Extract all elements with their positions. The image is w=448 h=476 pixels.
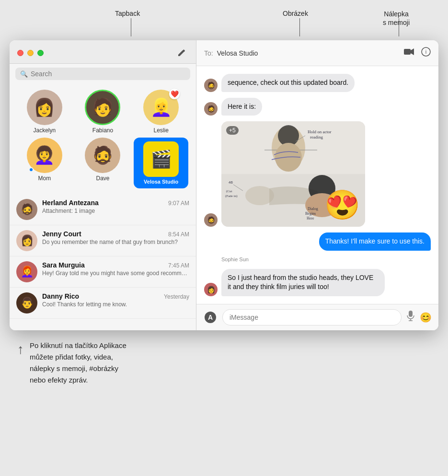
svg-text:reading: reading [310, 135, 323, 139]
conv-content-herland: Herland Antezana 9:07 AM Attachment: 1 i… [42, 199, 189, 214]
message-input[interactable] [222, 309, 402, 325]
tapback-heart-badge: ❤️ [169, 89, 180, 99]
search-icon: 🔍 [20, 70, 28, 78]
svg-text:(Fade in): (Fade in) [225, 194, 238, 198]
sender-name-sophie: Sophie Sun [221, 256, 431, 262]
avatar-danny: 👨 [16, 292, 37, 313]
avatar-sara: 👩‍🦰 [16, 261, 37, 282]
traffic-lights [17, 50, 44, 56]
svg-text:(Cut: (Cut [226, 189, 232, 193]
bottom-annotation-text: Po kliknutí na tlačítko Aplikace můžete … [30, 340, 126, 386]
conv-name-danny: Danny Rico [42, 292, 79, 300]
contact-name-fabiano: Fabiano [92, 127, 113, 134]
pinned-contact-dave[interactable]: 🧔 Dave [76, 138, 130, 188]
maximize-button[interactable] [37, 50, 44, 56]
chat-header: To: Velosa Studio i [196, 40, 438, 66]
conv-preview-danny: Cool! Thanks for letting me know. [42, 301, 189, 308]
conv-time-herland: 9:07 AM [168, 200, 189, 207]
bottom-annotation: ↑ Po kliknutí na tlačítko Aplikace můžet… [10, 340, 438, 386]
chat-messages: 🧔 sequence, check out this updated board… [196, 66, 438, 304]
avatar-jackelyn: 👩 [27, 90, 62, 125]
conv-time-jenny: 8:54 AM [168, 231, 189, 238]
obratek-arrow-line [299, 18, 300, 36]
svg-text:A: A [208, 313, 213, 321]
chat-recipient: Velosa Studio [217, 49, 258, 57]
minimize-button[interactable] [27, 50, 34, 56]
plus-badge: +5 [226, 126, 239, 135]
message-row-4: Thanks! I'll make sure to use this. [204, 232, 431, 251]
contact-name-dave: Dave [96, 175, 109, 182]
message-bubble-2: Here it is: [221, 98, 262, 116]
audio-record-button[interactable] [406, 311, 415, 324]
tapback-annotation-label: Tapback [115, 10, 140, 17]
chat-input-bar: A 😊 [196, 304, 438, 330]
pinned-contact-fabiano[interactable]: 🧑 Fabiano [76, 90, 130, 134]
conv-name-herland: Herland Antezana [42, 199, 99, 207]
sidebar-titlebar [10, 40, 196, 64]
pinned-contact-mom[interactable]: 👩‍🦱 Mom [17, 138, 72, 188]
conv-time-sara: 7:45 AM [168, 262, 189, 269]
svg-text:Begins: Begins [305, 211, 316, 216]
contact-name-leslie: Leslie [153, 127, 168, 134]
emoji-button[interactable]: 😊 [420, 312, 432, 323]
sketch-image: Hold on actor reading [221, 121, 365, 227]
nalepka-arrow-line [399, 18, 399, 36]
search-input[interactable] [31, 70, 185, 78]
annotation-area: Tapback Obrázek Nálepkas memoji [0, 10, 448, 386]
conv-time-danny: Yesterday [164, 293, 189, 300]
annotation-pointer: ↑ [17, 342, 24, 357]
message-bubble-5: So I just heard from the studio heads, t… [221, 269, 385, 296]
conv-content-danny: Danny Rico Yesterday Cool! Thanks for le… [42, 292, 189, 308]
avatar-herland: 🧔 [16, 199, 37, 220]
conversation-jenny[interactable]: 👩 Jenny Court 8:54 AM Do you remember th… [10, 225, 196, 256]
conv-preview-jenny: Do you remember the name of that guy fro… [42, 239, 189, 245]
conversation-danny[interactable]: 👨 Danny Rico Yesterday Cool! Thanks for … [10, 288, 196, 319]
avatar-dave: 🧔 [85, 138, 120, 173]
avatar-fabiano: 🧑 [85, 90, 120, 125]
msg-avatar-1: 🧔 [204, 79, 218, 92]
avatar-velosa-studio: 🎬 [143, 141, 179, 177]
compose-button[interactable] [175, 46, 188, 59]
chat-to-label: To: [204, 49, 213, 57]
pinned-contact-jackelyn[interactable]: 👩 Jackelyn [17, 90, 72, 134]
conversation-sara[interactable]: 👩‍🦰 Sara Murguia 7:45 AM Hey! Gray told … [10, 256, 196, 288]
conv-name-jenny: Jenny Court [42, 230, 81, 238]
message-row-3: 🧔 [204, 121, 431, 227]
info-button[interactable]: i [421, 47, 431, 59]
svg-text:46: 46 [229, 180, 233, 185]
svg-text:Dialog: Dialog [308, 207, 318, 211]
conversation-herland[interactable]: 🧔 Herland Antezana 9:07 AM Attachment: 1… [10, 194, 196, 225]
message-row-2: 🧔 Here it is: [204, 98, 431, 116]
main-window: 🔍 👩 Jackelyn 🧑 Fabia [10, 40, 438, 330]
msg-avatar-5: 👩 [204, 283, 218, 296]
contact-name-velosa-studio: Velosa Studio [144, 179, 178, 185]
contact-name-jackelyn: Jackelyn [33, 127, 56, 134]
search-input-wrapper[interactable]: 🔍 [15, 68, 190, 80]
contact-name-mom: Mom [38, 175, 51, 182]
app-button[interactable]: A [203, 310, 218, 325]
msg-avatar-2: 🧔 [204, 102, 218, 116]
conv-content-sara: Sara Murguia 7:45 AM Hey! Gray told me y… [42, 261, 189, 277]
close-button[interactable] [17, 50, 23, 56]
tapback-arrow-line [131, 18, 131, 36]
conversation-list: 🧔 Herland Antezana 9:07 AM Attachment: 1… [10, 194, 196, 330]
memoji-sticker: 😍 [324, 188, 360, 222]
svg-text:Hold on actor: Hold on actor [308, 129, 332, 134]
message-bubble-4: Thanks! I'll make sure to use this. [319, 232, 431, 251]
nalepka-annotation-label: Nálepkas memoji [383, 10, 410, 27]
conv-preview-sara: Hey! Gray told me you might have some go… [42, 270, 189, 277]
sidebar: 🔍 👩 Jackelyn 🧑 Fabia [10, 40, 196, 330]
svg-text:Here: Here [307, 216, 314, 221]
message-row-1: 🧔 sequence, check out this updated board… [204, 74, 431, 92]
pinned-contact-velosa-studio[interactable]: 🎬 Velosa Studio [134, 138, 188, 188]
pinned-contacts-grid: 👩 Jackelyn 🧑 Fabiano 👱‍♀️ ❤️ [10, 84, 196, 194]
pinned-contact-leslie[interactable]: 👱‍♀️ ❤️ Leslie [134, 90, 188, 134]
svg-text:i: i [425, 49, 426, 55]
search-bar: 🔍 [10, 64, 196, 84]
conv-name-sara: Sara Murguia [42, 261, 85, 269]
chat-header-actions: i [404, 47, 431, 59]
message-bubble-1: sequence, check out this updated board. [221, 74, 355, 92]
video-call-button[interactable] [404, 48, 414, 58]
svg-rect-24 [409, 311, 413, 317]
chat-panel: To: Velosa Studio i [196, 40, 438, 330]
